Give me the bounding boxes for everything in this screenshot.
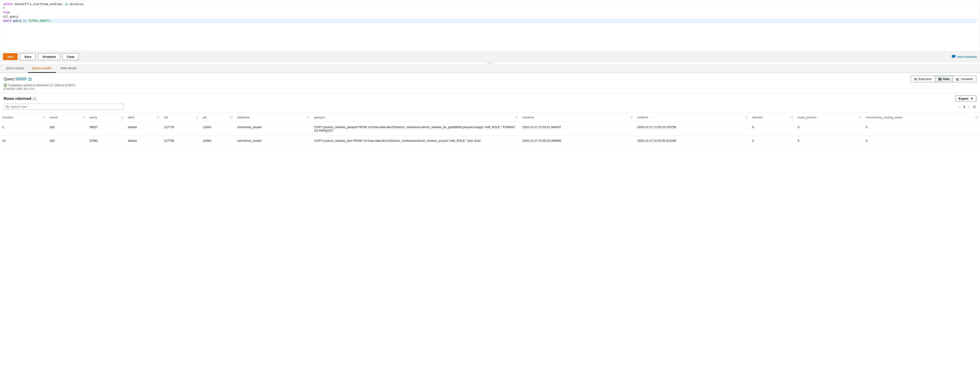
cell-duration: 2 — [0, 122, 47, 136]
status-text: Completed, started on December 27, 2020 … — [8, 84, 75, 87]
table-header-row: duration▽userid▽query▽label▽xid▽pid▽data… — [0, 113, 980, 122]
cell-pid: 12564 — [200, 136, 235, 146]
sort-icon: ▽ — [630, 116, 633, 119]
col-duration[interactable]: duration▽ — [0, 113, 47, 122]
cell-pid: 12643 — [200, 122, 235, 136]
col-starttime[interactable]: starttime▽ — [520, 113, 635, 122]
sort-icon: ▽ — [121, 116, 123, 119]
cell-database: comments_cluster — [235, 136, 312, 146]
col-xid[interactable]: xid▽ — [162, 113, 200, 122]
col-querytxt[interactable]: querytxt▽ — [312, 113, 520, 122]
search-input[interactable] — [10, 105, 122, 108]
sort-icon: ▽ — [791, 116, 793, 119]
sort-icon: ▽ — [43, 116, 45, 119]
cell-userid: 100 — [47, 122, 87, 136]
cell-duration: 13 — [0, 136, 47, 146]
clear-button[interactable]: Clear — [62, 53, 79, 60]
table-row[interactable]: 210058027default22777912643comments_clus… — [0, 122, 980, 136]
cell-insert_pristine: 0 — [795, 122, 864, 136]
search-row: ‹ 1 › — [0, 103, 980, 113]
cell-concurrency_scaling_status: 3 — [863, 122, 980, 136]
cell-querytxt: COPY product_reviews_parquet FROM 's3://… — [312, 122, 520, 136]
query-title: Query 58089 — [4, 77, 32, 81]
cell-aborted: 0 — [750, 136, 795, 146]
sort-icon: ▽ — [83, 116, 85, 119]
rows-header: Rows returned (2) Export ▼ — [0, 93, 980, 103]
results-tabs: Query historyQuery resultsTable details — [0, 64, 980, 73]
sort-icon: ▽ — [859, 116, 861, 119]
cell-insert_pristine: 0 — [795, 136, 864, 146]
col-pid[interactable]: pid▽ — [200, 113, 235, 122]
col-label[interactable]: label▽ — [126, 113, 162, 122]
query-info-section: Query 58089 ExecutionDataVisualize Compl… — [0, 73, 980, 93]
run-button[interactable]: Run — [3, 53, 18, 60]
sort-icon: ▽ — [515, 116, 518, 119]
cell-query: 58027 — [87, 122, 126, 136]
tab-table-details[interactable]: Table details — [56, 64, 81, 73]
svg-point-2 — [6, 105, 8, 108]
next-page[interactable]: › — [969, 105, 969, 108]
gear-icon[interactable] — [973, 105, 976, 109]
tab-query-results[interactable]: Query results — [28, 64, 56, 73]
cell-endtime: 2020-12-27 21:55:35.813338 — [635, 136, 750, 146]
col-insert_pristine[interactable]: insert_pristine▽ — [795, 113, 864, 122]
cell-userid: 100 — [47, 136, 87, 146]
view-visualize[interactable]: Visualize — [953, 76, 976, 82]
schedule-button[interactable]: Schedule — [38, 53, 60, 60]
view-data[interactable]: Data — [935, 76, 953, 82]
feedback-label: Send feedback — [957, 55, 977, 59]
cell-database: comments_cluster — [235, 122, 312, 136]
col-endtime[interactable]: endtime▽ — [635, 113, 750, 122]
cell-endtime: 2020-12-27 21:55:33.370758 — [635, 122, 750, 136]
rows-count: (2) — [33, 97, 36, 100]
col-concurrency_scaling_status[interactable]: concurrency_scaling_status▽ — [863, 113, 980, 122]
view-execution[interactable]: Execution — [910, 76, 935, 82]
rows-returned-title: Rows returned — [4, 96, 31, 101]
editor-toolbar: Run Save Schedule Clear Send feedback — [0, 51, 980, 62]
save-button[interactable]: Save — [20, 53, 36, 60]
sort-icon: ▽ — [745, 116, 748, 119]
elapsed-time: ELAPSED TIME: 00 m 14 s — [4, 88, 976, 90]
cell-label: default — [126, 136, 162, 146]
success-icon — [4, 84, 7, 87]
cell-query: 57991 — [87, 136, 126, 146]
cell-aborted: 0 — [750, 122, 795, 136]
search-icon — [6, 105, 9, 108]
table-row[interactable]: 1310057991default22773612564comments_clu… — [0, 136, 980, 146]
prev-page[interactable]: ‹ — [959, 105, 960, 108]
sort-icon: ▽ — [307, 116, 309, 119]
external-link-icon — [29, 78, 32, 81]
sql-editor[interactable]: select datediff(s,starttime,endtime) as … — [0, 0, 980, 51]
cell-starttime: 2020-12-27 21:55:31.944387 — [520, 122, 635, 136]
col-aborted[interactable]: aborted▽ — [750, 113, 795, 122]
page-number: 1 — [963, 105, 965, 108]
sort-icon: ▽ — [975, 116, 978, 119]
results-table: duration▽userid▽query▽label▽xid▽pid▽data… — [0, 113, 980, 146]
pager: ‹ 1 › — [959, 105, 976, 109]
sort-icon: ▽ — [196, 116, 198, 119]
view-toggle: ExecutionDataVisualize — [910, 76, 976, 82]
svg-point-3 — [974, 106, 975, 107]
send-feedback-link[interactable]: Send feedback — [952, 55, 977, 59]
cell-xid: 227736 — [162, 136, 200, 146]
query-id-link[interactable]: 58089 — [16, 77, 26, 81]
cell-label: default — [126, 122, 162, 136]
sort-icon: ▽ — [157, 116, 159, 119]
feedback-icon — [952, 55, 956, 58]
query-prefix: Query — [4, 77, 16, 81]
col-query[interactable]: query▽ — [87, 113, 126, 122]
export-button[interactable]: Export ▼ — [956, 96, 976, 102]
caret-down-icon: ▼ — [970, 97, 973, 100]
search-wrap — [4, 103, 124, 110]
col-database[interactable]: database▽ — [235, 113, 312, 122]
cell-xid: 227779 — [162, 122, 200, 136]
col-userid[interactable]: userid▽ — [47, 113, 87, 122]
sort-icon: ▽ — [230, 116, 232, 119]
cell-starttime: 2020-12-27 21:55:22.094996 — [520, 136, 635, 146]
tab-query-history[interactable]: Query history — [2, 64, 28, 73]
cell-concurrency_scaling_status: 3 — [863, 136, 980, 146]
cell-querytxt: COPY product_reviews_json FROM 's3://raw… — [312, 136, 520, 146]
svg-rect-0 — [939, 78, 941, 80]
export-label: Export — [959, 97, 969, 100]
resize-handle[interactable] — [0, 62, 980, 64]
